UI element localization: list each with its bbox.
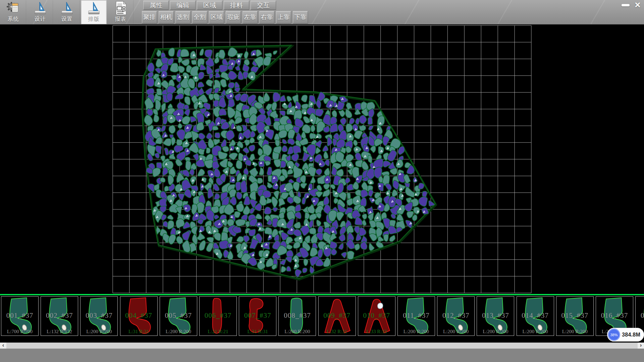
action-button-8[interactable]: 右靠 — [259, 11, 274, 23]
minimize-button[interactable] — [620, 1, 631, 9]
part-label: 004_#37 — [120, 311, 157, 320]
part-tile-12[interactable]: 012_#37 L:200 R:200 — [437, 296, 475, 336]
part-tile-7[interactable]: 007_#37 L:31 R:31 — [239, 296, 276, 336]
mode-button-label: 报表 — [115, 16, 126, 23]
nesting-canvas[interactable] — [0, 24, 644, 294]
menu-button-4[interactable]: 排料 — [224, 1, 249, 10]
action-button-10[interactable]: 下靠 — [293, 11, 308, 23]
part-label: 007_#37 — [239, 311, 276, 320]
mode-button-label: 设计 — [35, 16, 46, 23]
horizontal-scrollbar[interactable]: ‹ › — [0, 343, 644, 349]
action-button-2[interactable]: 相机 — [159, 11, 174, 23]
part-label: 001_#37 — [1, 311, 38, 320]
close-button[interactable]: ✕ — [632, 1, 643, 9]
part-tile-3[interactable]: 003_#37 L:200 R:200 — [80, 296, 118, 336]
menu-button-3[interactable]: 区域 — [197, 1, 222, 10]
menu-button-2[interactable]: 编辑 — [170, 1, 196, 10]
minimize-icon — [622, 4, 630, 6]
progress-percent-badge: 38% — [608, 328, 620, 341]
part-counts: L:200 R:200 — [477, 329, 514, 335]
part-label: 011_#37 — [398, 311, 435, 320]
part-counts: L:21 R:21 — [200, 329, 236, 335]
part-label: 015_#37 — [556, 311, 593, 320]
part-counts: L:200 R:200 — [437, 329, 474, 335]
mode-button-label: 排版 — [88, 16, 100, 23]
report-icon — [113, 1, 128, 15]
part-label: 006_#37 — [200, 311, 236, 320]
action-button-1[interactable]: 聚排 — [142, 11, 157, 23]
part-label: 014_#37 — [517, 311, 554, 320]
progress-indicator: 38% 384.8M — [607, 328, 644, 342]
action-button-6[interactable]: 瑕疵 — [226, 11, 241, 23]
part-tile-14[interactable]: 014_#37 L:200 R:200 — [517, 296, 554, 336]
part-label: 017_#37 — [636, 311, 644, 320]
mode-button-label: 系统 — [8, 16, 19, 23]
part-label: 002_#37 — [41, 311, 78, 320]
action-button-5[interactable]: 区域 — [209, 11, 224, 23]
part-tile-2[interactable]: 002_#37 L:132 R:132 — [41, 296, 78, 336]
part-tile-9[interactable]: 009_#37 L:32 R:31 — [318, 296, 356, 336]
part-counts: L:31 R:31 — [120, 329, 157, 335]
menu-button-1[interactable]: 属性 — [143, 1, 169, 10]
part-tile-11[interactable]: 011_#37 L:200 R:200 — [397, 296, 435, 336]
part-label: 005_#37 — [160, 311, 197, 320]
mode-button-2[interactable]: 设计 — [28, 0, 53, 24]
ruler-icon — [60, 1, 74, 15]
part-label: 009_#37 — [319, 311, 356, 320]
part-tile-15[interactable]: 015_#37 L:200 R:200 — [556, 296, 594, 336]
mode-button-4[interactable]: 排版 — [81, 0, 107, 24]
scroll-right-arrow[interactable]: › — [638, 343, 644, 349]
ruler-icon — [33, 1, 48, 15]
part-label: 010_#37 — [358, 311, 395, 320]
memory-usage: 384.8M — [622, 328, 640, 342]
part-counts: L:200 R:200 — [279, 329, 316, 335]
part-counts: L:31 R:31 — [239, 329, 276, 335]
action-button-4[interactable]: 全割 — [192, 11, 207, 23]
part-label: 003_#37 — [80, 311, 117, 320]
part-counts: L:700 R:700 — [1, 329, 38, 335]
part-label: 016_#37 — [596, 311, 633, 320]
part-tile-6[interactable]: 006_#37 L:21 R:21 — [199, 296, 237, 336]
part-tile-8[interactable]: 008_#37 L:200 R:200 — [278, 296, 316, 336]
strip-separator — [0, 294, 644, 295]
mode-button-3[interactable]: 设置 — [54, 0, 80, 24]
progress-percent: 38% — [610, 333, 618, 337]
parts-strip: 001_#37 L:700 R:700 002_#37 L:132 R:132 … — [0, 296, 644, 337]
part-counts: L:200 R:200 — [556, 329, 593, 335]
main-toolbar: 系统 设计 设置 排版 — [0, 0, 644, 24]
part-counts: L:200 R:200 — [398, 329, 435, 335]
part-counts: L:200 R:200 — [517, 329, 554, 335]
menu-button-5[interactable]: 交互 — [251, 1, 276, 10]
scroll-left-arrow[interactable]: ‹ — [0, 343, 6, 349]
part-counts: L:200 R:200 — [160, 329, 197, 335]
mode-button-label: 设置 — [61, 16, 73, 23]
status-bar — [0, 349, 644, 362]
mode-button-5[interactable]: 报表 — [108, 0, 133, 24]
action-button-9[interactable]: 上靠 — [276, 11, 291, 23]
part-counts: L:132 R:132 — [41, 329, 78, 335]
ruler-icon — [87, 1, 101, 15]
part-tile-5[interactable]: 005_#37 L:200 R:200 — [160, 296, 197, 336]
part-counts: L:33 R:33 — [358, 329, 395, 335]
part-tile-1[interactable]: 001_#37 L:700 R:700 — [1, 296, 39, 336]
action-button-7[interactable]: 左靠 — [243, 11, 258, 23]
part-tile-4[interactable]: 004_#37 L:31 R:31 — [120, 296, 158, 336]
part-label: 012_#37 — [437, 311, 474, 320]
part-label: 013_#37 — [477, 311, 514, 320]
close-icon: ✕ — [634, 1, 641, 10]
part-counts: L:200 R:200 — [80, 329, 117, 335]
mode-button-1[interactable]: 系统 — [1, 0, 26, 24]
gear-icon — [6, 1, 21, 15]
part-counts: L:32 R:31 — [319, 329, 356, 335]
part-label: 008_#37 — [279, 311, 316, 320]
part-tile-13[interactable]: 013_#37 L:200 R:200 — [477, 296, 514, 336]
part-tile-10[interactable]: 010_#37 L:33 R:33 — [358, 296, 395, 336]
action-button-3[interactable]: 选割 — [175, 11, 191, 23]
